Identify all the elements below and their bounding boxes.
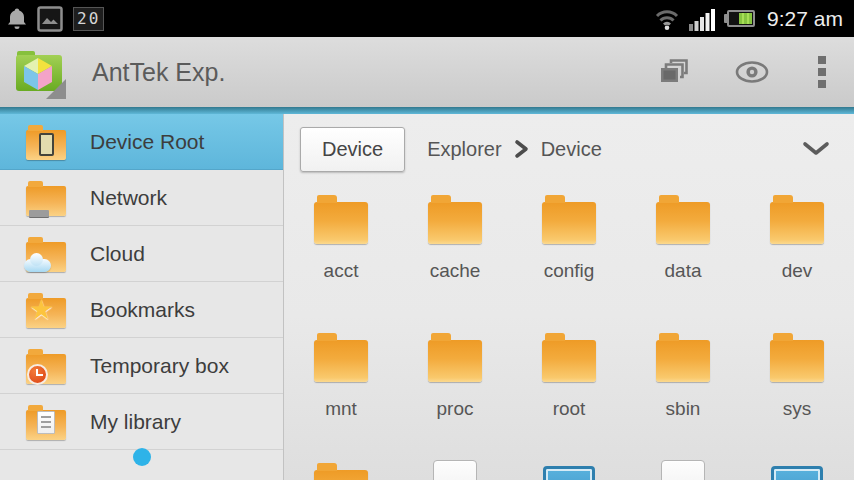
grid-item-label: acct (324, 260, 359, 282)
sidebar-item-device-root[interactable]: Device Root (0, 114, 283, 170)
grid-item-data[interactable]: data (626, 198, 740, 282)
folder-icon (542, 202, 596, 244)
device-root-folder-icon (26, 124, 66, 160)
accent-divider (0, 107, 854, 114)
clock-time: 9:27 am (767, 7, 843, 31)
sidebar-item-label: My library (90, 410, 181, 434)
sidebar-item-network[interactable]: Network (0, 170, 283, 226)
content-panel: Device Explorer Device (284, 114, 854, 480)
cloud-folder-icon (26, 236, 66, 272)
sidebar-item-label: Device Root (90, 130, 204, 154)
file-icon (433, 460, 477, 480)
grid-item-label: config (544, 260, 595, 282)
grid-item-sbin[interactable]: sbin (626, 336, 740, 420)
battery-level-fill (739, 13, 752, 24)
battery-body (727, 10, 755, 27)
grid-item[interactable] (740, 466, 854, 480)
document-glyph (37, 411, 55, 434)
cloud-glyph (24, 259, 51, 272)
blue-file-icon (543, 466, 595, 480)
folder-icon (314, 202, 368, 244)
grid-item-cache[interactable]: cache (398, 198, 512, 282)
grid-item-label: mnt (325, 398, 357, 420)
grid-item-label: proc (437, 398, 474, 420)
signal-strength-icon (689, 7, 716, 31)
phone-glyph (39, 133, 54, 156)
device-root-button[interactable]: Device (300, 127, 405, 172)
network-folder-icon (26, 180, 66, 216)
body: Device Root Network Cloud (0, 114, 854, 480)
bell-icon (7, 7, 27, 31)
sidebar: Device Root Network Cloud (0, 114, 284, 480)
status-bar-notification-icons: 20 (7, 6, 104, 32)
gallery-icon (37, 6, 63, 32)
app-bar-actions (660, 54, 828, 90)
grid-row: acct cache config data (284, 198, 854, 282)
folder-icon (314, 340, 368, 382)
chevron-down-icon[interactable] (802, 141, 830, 157)
page-indicator-dot (133, 448, 151, 466)
grid-item-label: data (665, 260, 702, 282)
status-bar-system-icons: 9:27 am (653, 7, 847, 31)
bookmarks-folder-icon (26, 292, 66, 328)
sidebar-item-label: Cloud (90, 242, 145, 266)
grid-row (284, 466, 854, 480)
breadcrumb-segment-explorer[interactable]: Explorer (427, 138, 501, 161)
status-bar: 20 9:27 am (0, 0, 854, 37)
chevron-right-icon (514, 139, 529, 159)
grid-item[interactable] (398, 466, 512, 480)
grid-item-root[interactable]: root (512, 336, 626, 420)
breadcrumb-segment-device[interactable]: Device (541, 138, 602, 161)
folder-icon (428, 202, 482, 244)
notification-count-badge: 20 (73, 7, 104, 31)
breadcrumb-bar: Device Explorer Device (284, 114, 854, 184)
grid-item-acct[interactable]: acct (284, 198, 398, 282)
grid-item-config[interactable]: config (512, 198, 626, 282)
eye-icon[interactable] (734, 59, 770, 85)
grid-item-dev[interactable]: dev (740, 198, 854, 282)
overflow-menu-icon[interactable] (816, 54, 828, 90)
folder-icon (770, 202, 824, 244)
grid-item[interactable] (512, 466, 626, 480)
my-library-folder-icon (26, 404, 66, 440)
app-bar: AntTek Exp. (0, 37, 854, 107)
folder-icon (428, 340, 482, 382)
battery-icon (724, 10, 755, 27)
folder-icon (656, 202, 710, 244)
screen: 20 9:27 am (0, 0, 854, 480)
grid-item-mnt[interactable]: mnt (284, 336, 398, 420)
app-title: AntTek Exp. (92, 58, 225, 87)
grid-item-label: dev (782, 260, 813, 282)
folder-icon (314, 470, 368, 480)
grid-item-label: root (553, 398, 586, 420)
wifi-icon (653, 7, 681, 31)
grid-item-label: sys (783, 398, 812, 420)
folder-icon (770, 340, 824, 382)
folder-icon (542, 340, 596, 382)
sidebar-item-label: Network (90, 186, 167, 210)
sidebar-item-label: Bookmarks (90, 298, 195, 322)
file-grid: acct cache config data (284, 184, 854, 480)
grid-item-label: sbin (666, 398, 701, 420)
grid-row: mnt proc root sbin (284, 336, 854, 420)
clock-glyph (27, 364, 48, 385)
file-icon (661, 460, 705, 480)
folder-icon (656, 340, 710, 382)
sidebar-item-my-library[interactable]: My library (0, 394, 283, 450)
sidebar-item-cloud[interactable]: Cloud (0, 226, 283, 282)
sidebar-item-label: Temporary box (90, 354, 229, 378)
grid-item-sys[interactable]: sys (740, 336, 854, 420)
grid-item-proc[interactable]: proc (398, 336, 512, 420)
windows-icon[interactable] (660, 59, 688, 85)
grid-item[interactable] (284, 466, 398, 480)
grid-item-label: cache (430, 260, 481, 282)
temporary-box-folder-icon (26, 348, 66, 384)
app-logo-icon[interactable] (12, 45, 66, 99)
grid-item[interactable] (626, 466, 740, 480)
sidebar-item-bookmarks[interactable]: Bookmarks (0, 282, 283, 338)
sidebar-item-temporary-box[interactable]: Temporary box (0, 338, 283, 394)
blue-file-icon (771, 466, 823, 480)
star-glyph (29, 292, 54, 328)
network-glyph (29, 210, 49, 217)
